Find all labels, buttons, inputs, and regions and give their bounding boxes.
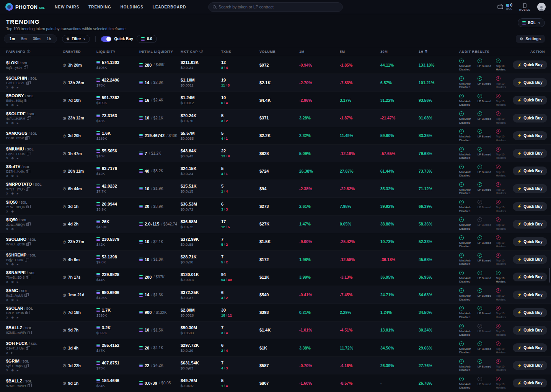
nav-item-holdings[interactable]: HOLDINGS <box>121 5 143 9</box>
table-row[interactable]: $OH FUCK SOL C2w7...HUej X▸ ◷ 1d 4h 255.… <box>0 339 551 357</box>
quick-buy-button[interactable]: ⚡ Quick Buy <box>513 379 547 387</box>
col-pair-info[interactable]: PAIR INFOⓘ <box>6 49 63 54</box>
table-row[interactable]: $SHREMP SOL Bqjy...G98K X⊕▸ ◷ 4h 6m 53.1… <box>0 251 551 268</box>
table-row[interactable]: $SOLERF SOL 4sFo...H2RM X⊕▸ ◷ 23h 12m 73… <box>0 109 551 127</box>
table-row[interactable]: $IQ50 SOL 21rw...RBQA X⊕ ◷ 4d 2h 26K $4.… <box>0 216 551 233</box>
timeframe-1h[interactable]: 1h <box>44 36 54 42</box>
website-icon[interactable]: ⊕ <box>11 316 14 319</box>
table-row[interactable]: $SOLPHIN SOL EAfD...BZVT X⊕▸ ◷ 13h 26m 4… <box>0 74 551 91</box>
website-icon[interactable]: ⊕ <box>11 299 14 302</box>
col-mkt-cap[interactable]: MKT CAPⓘ <box>181 49 221 54</box>
timeframe-5m[interactable]: 5m <box>18 36 29 42</box>
website-icon[interactable]: ⊕ <box>11 157 14 160</box>
table-row[interactable]: $LOKI SOL 9qf1...y82v ◷ 3h 20m 574.1303 … <box>0 56 551 74</box>
telegram-icon[interactable]: ▸ <box>17 299 18 302</box>
quick-buy-button[interactable]: ⚡ Quick Buy <box>513 149 547 158</box>
website-icon[interactable]: ⊕ <box>11 104 14 107</box>
telegram-icon[interactable]: ▸ <box>17 175 18 178</box>
website-icon[interactable]: ⊕ <box>11 210 14 213</box>
website-icon[interactable]: ⊕ <box>11 192 14 195</box>
telegram-icon[interactable]: ▸ <box>17 316 18 319</box>
website-icon[interactable]: ⊕ <box>11 263 14 266</box>
quick-buy-button[interactable]: ⚡ Quick Buy <box>513 237 547 246</box>
twitter-x-icon[interactable]: X <box>6 192 8 195</box>
copy-icon[interactable] <box>28 332 30 334</box>
copy-icon[interactable] <box>24 100 26 102</box>
table-row[interactable]: $MIUMIU SOL CqzJ...FUDS X⊕▸ ◷ 1h 47m 55.… <box>0 145 551 162</box>
copy-icon[interactable] <box>26 206 29 208</box>
copy-icon[interactable] <box>27 153 29 155</box>
website-icon[interactable]: ⊕ <box>11 175 14 178</box>
quick-buy-button[interactable]: ⚡ Quick Buy <box>513 273 547 281</box>
filter-button[interactable]: ⇅ Filter ∨ <box>62 35 90 43</box>
col-1m[interactable]: 1M <box>299 50 340 54</box>
twitter-x-icon[interactable]: X <box>6 281 8 284</box>
telegram-icon[interactable]: ▸ <box>17 104 18 107</box>
copy-icon[interactable] <box>25 312 28 314</box>
twitter-x-icon[interactable]: X <box>6 122 8 125</box>
timeframe-1m[interactable]: 1m <box>7 36 18 42</box>
telegram-icon[interactable]: ▸ <box>17 192 18 195</box>
col-created[interactable]: CREATED <box>63 50 96 54</box>
website-icon[interactable]: ⊕ <box>11 228 14 231</box>
col-5m[interactable]: 5M <box>340 50 380 54</box>
nav-item-trending[interactable]: TRENDING <box>88 5 111 9</box>
scrollbar-thumb[interactable] <box>549 268 550 283</box>
twitter-x-icon[interactable]: X <box>6 210 8 213</box>
avatar[interactable] <box>537 3 546 11</box>
twitter-x-icon[interactable]: X <box>6 175 8 178</box>
timeframe-30m[interactable]: 30m <box>30 36 43 42</box>
wallet-balance[interactable]: 0 SOL <box>497 3 513 11</box>
nav-item-leaderboard[interactable]: LEADERBOARD <box>153 5 186 9</box>
table-row[interactable]: $SNAPPE SOL 7NwB...5Dr6 X⊕▸ ◷ 7h 17s 239… <box>0 268 551 286</box>
telegram-icon[interactable]: ▸ <box>17 281 18 284</box>
settings-button[interactable]: ⚙ Settings <box>516 35 545 43</box>
copy-icon[interactable] <box>28 384 30 387</box>
twitter-x-icon[interactable]: X <box>6 157 8 160</box>
twitter-x-icon[interactable]: X <box>6 299 8 302</box>
quick-buy-button[interactable]: ⚡ Quick Buy <box>513 202 547 211</box>
quick-buy-toggle[interactable] <box>101 36 111 42</box>
table-row[interactable]: $SOLAR SOL GNJr...uzUb X⊕▸ ◷ 7d 18h 1.7K… <box>0 304 551 322</box>
brand-logo[interactable]: PHOTON SOL <box>5 3 45 11</box>
mobile-app-button[interactable]: MOBILE <box>519 3 530 11</box>
table-row[interactable]: $BALLZ SOL 9ZME...wWPr ◷ 9d 7h 3.2K $592… <box>0 322 551 339</box>
quick-buy-button[interactable]: ⚡ Quick Buy <box>513 255 547 264</box>
twitter-x-icon[interactable]: X <box>6 369 8 372</box>
search-bar[interactable] <box>208 2 343 12</box>
twitter-x-icon[interactable]: X <box>6 86 8 89</box>
quick-buy-button[interactable]: ⚡ Quick Buy <box>513 131 547 140</box>
telegram-icon[interactable]: ▸ <box>17 86 18 89</box>
quick-buy-button[interactable]: ⚡ Quick Buy <box>513 291 547 299</box>
quick-buy-button[interactable]: ⚡ Quick Buy <box>513 184 547 193</box>
nav-item-new-pairs[interactable]: NEW PAIRS <box>55 5 79 9</box>
quick-buy-button[interactable]: ⚡ Quick Buy <box>513 78 547 87</box>
search-input[interactable] <box>218 5 338 9</box>
quick-buy-button[interactable]: ⚡ Quick Buy <box>513 326 547 335</box>
copy-icon[interactable] <box>25 137 28 140</box>
quick-buy-amount[interactable]: 0.0 <box>137 35 157 43</box>
website-icon[interactable]: ⊕ <box>11 122 14 125</box>
table-row[interactable]: $BALLZ SOL 9ZME...wWPr ◷ 9d 1h 184.4646 … <box>0 374 551 392</box>
copy-icon[interactable] <box>27 117 29 120</box>
telegram-icon[interactable]: ▸ <box>17 122 18 125</box>
col-volume[interactable]: VOLUME <box>259 50 299 54</box>
telegram-icon[interactable]: ▸ <box>17 263 18 266</box>
quick-buy-button[interactable]: ⚡ Quick Buy <box>513 361 547 370</box>
website-icon[interactable]: ⊕ <box>11 281 14 284</box>
telegram-icon[interactable]: ▸ <box>17 369 18 372</box>
quick-buy-button[interactable]: ⚡ Quick Buy <box>513 114 547 122</box>
copy-icon[interactable] <box>26 243 29 246</box>
quick-buy-button[interactable]: ⚡ Quick Buy <box>513 167 547 175</box>
col-initial-liquidity[interactable]: INITIAL LIQUIDITY <box>139 50 181 54</box>
copy-icon[interactable] <box>26 223 29 226</box>
table-row[interactable]: $BOOBY SOL EtEv...898q X⊕▸ ◷ 7d 10h 591.… <box>0 91 551 109</box>
table-row[interactable]: $SolTV SOL DZ7H...Kx9x X⊕▸ ◷ 20h 11m 63.… <box>0 162 551 180</box>
quick-buy-button[interactable]: ⚡ Quick Buy <box>513 220 547 229</box>
copy-icon[interactable] <box>26 276 28 279</box>
table-row[interactable]: $SOLBRO SOL WYuJ...gB3h ◷ 23h 27m 230.53… <box>0 233 551 251</box>
website-icon[interactable]: ⊕ <box>11 86 14 89</box>
twitter-x-icon[interactable]: X <box>6 228 8 231</box>
table-row[interactable]: $GRIM SOL 5yfD...s6pS X⊕▸ ◷ 1d 22h 407.8… <box>0 357 551 374</box>
quick-buy-button[interactable]: ⚡ Quick Buy <box>513 308 547 317</box>
